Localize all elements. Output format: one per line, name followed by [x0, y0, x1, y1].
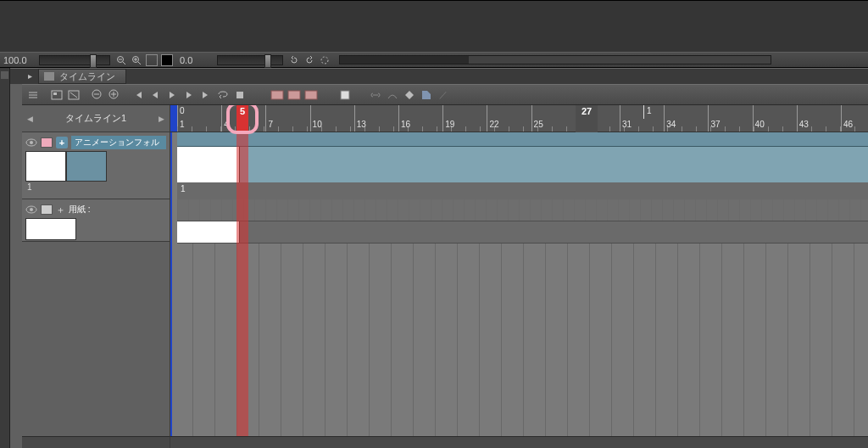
svg-rect-9 [53, 92, 57, 95]
visibility-icon[interactable] [25, 138, 37, 147]
cel-thumbnail[interactable] [25, 218, 76, 240]
hscroll-tracks[interactable] [170, 436, 868, 448]
stop-icon[interactable] [233, 88, 247, 102]
expand-handle-icon[interactable]: ▸ [23, 69, 36, 82]
paper-icon [41, 204, 53, 215]
loop-icon[interactable] [216, 88, 230, 102]
tab-timeline[interactable]: タイムライン [38, 69, 126, 84]
timeline-tracks-area[interactable]: 0 1 471013161922252831343740434649 27 1 … [170, 105, 868, 448]
clip-c-icon[interactable] [304, 88, 318, 102]
ruler-label: 22 [489, 120, 498, 129]
timeline-toolbar: ／ [22, 84, 868, 104]
visibility-icon[interactable] [25, 205, 37, 214]
panel-gutter[interactable] [0, 68, 10, 448]
curve-icon[interactable] [386, 88, 399, 102]
clip-animation[interactable] [177, 147, 240, 182]
zoom-in-tl-icon[interactable] [108, 88, 121, 102]
clip-paper[interactable] [177, 221, 240, 243]
sheet-icon[interactable] [338, 88, 352, 102]
ruler-label: 31 [622, 120, 632, 129]
ruler-label: 19 [445, 120, 454, 129]
time-ruler[interactable]: 0 1 471013161922252831343740434649 27 1 [170, 105, 868, 132]
go-start-icon[interactable] [131, 88, 145, 102]
svg-line-11 [70, 92, 77, 98]
playhead-frame: 5 [236, 106, 248, 116]
rotation-slider[interactable] [217, 55, 283, 65]
add-cel-button[interactable]: + [56, 137, 68, 148]
timeline-name-button[interactable]: ◀ タイムライン1 ▶ [22, 105, 170, 132]
hscroll-left[interactable] [22, 436, 170, 448]
playback-minibar[interactable] [339, 55, 771, 64]
svg-line-1 [123, 62, 125, 64]
svg-point-25 [30, 208, 33, 211]
track-name-paper: 用紙 : [69, 204, 166, 216]
playhead[interactable]: 5 [236, 105, 248, 132]
link-icon[interactable] [369, 88, 382, 102]
cel-thumbnail-selected[interactable] [66, 151, 107, 182]
fill-icon[interactable] [160, 53, 174, 67]
svg-rect-19 [288, 91, 300, 99]
second-1-label: 1 [647, 106, 652, 115]
next-frame-icon[interactable] [182, 88, 196, 102]
prev-frame-icon[interactable] [148, 88, 162, 102]
track-header-column: ◀ タイムライン1 ▶ + アニメーションフォル 1 [22, 105, 170, 448]
lane-label: 1 [177, 182, 868, 199]
panel-tabs: ▸ タイムライン [10, 68, 868, 84]
ruler-label: 46 [843, 120, 853, 129]
svg-rect-17 [236, 92, 243, 98]
ruler-label: 43 [799, 120, 809, 129]
zoom-out-icon[interactable] [114, 53, 128, 67]
divider-icon: ／ [437, 88, 450, 102]
ruler-label: 16 [401, 120, 410, 129]
start-line [170, 132, 172, 436]
keyframe-icon[interactable] [403, 88, 416, 102]
zoom-out-tl-icon[interactable] [91, 88, 104, 102]
cel-thumbnail[interactable] [25, 151, 66, 182]
track-header-paper[interactable]: ＋ 用紙 : [22, 199, 170, 242]
timeline-icon [44, 72, 54, 81]
tag-icon[interactable] [420, 88, 433, 102]
fit-icon[interactable] [145, 53, 159, 67]
new-cel-icon[interactable] [50, 88, 64, 102]
canvas-backdrop [0, 0, 868, 52]
menu-right-icon: ▶ [159, 115, 164, 123]
zoom-in-icon[interactable] [130, 53, 143, 67]
ruler-label: 25 [534, 120, 543, 129]
ruler-label: 4 [224, 120, 229, 129]
menu-icon[interactable] [26, 88, 40, 102]
go-end-icon[interactable] [199, 88, 213, 102]
ruler-bottom-start: 1 [180, 120, 185, 129]
rotate-cw-icon[interactable] [303, 53, 316, 67]
svg-rect-18 [271, 91, 283, 99]
ruler-top-start: 0 [180, 106, 185, 115]
svg-line-4 [138, 62, 141, 64]
menu-left-icon: ◀ [27, 115, 33, 123]
row-index: 1 [25, 182, 166, 193]
end-marker[interactable]: 27 [576, 105, 598, 132]
track-header-animation[interactable]: + アニメーションフォル 1 [22, 132, 170, 199]
clip-b-icon[interactable] [287, 88, 301, 102]
rotation-value[interactable]: 0.0 [180, 55, 214, 65]
svg-rect-20 [305, 91, 317, 99]
zoom-slider[interactable] [39, 55, 110, 65]
spinner-icon[interactable] [318, 53, 331, 67]
zoom-value[interactable]: 100.0 [3, 55, 36, 65]
play-icon[interactable] [165, 88, 179, 102]
delete-cel-icon[interactable] [67, 88, 81, 102]
start-marker[interactable] [170, 105, 177, 132]
rotate-ccw-icon[interactable] [287, 53, 301, 67]
ruler-label: 37 [710, 120, 720, 129]
track-name-animation: アニメーションフォル [71, 136, 166, 149]
ruler-label: 40 [755, 120, 765, 129]
ruler-label: 7 [268, 120, 273, 129]
track-lane-animation[interactable]: 1 [177, 132, 868, 199]
track-empty-area [170, 244, 868, 436]
ruler-label: 10 [313, 120, 322, 129]
timeline-panel: ▸ タイムライン [10, 68, 868, 448]
svg-point-7 [321, 57, 328, 64]
timeline-name: タイムライン1 [65, 112, 126, 125]
clip-a-icon[interactable] [270, 88, 284, 102]
view-footer: 100.0 0.0 [0, 52, 868, 67]
track-lane-paper[interactable] [177, 199, 868, 244]
ruler-label: 34 [666, 120, 676, 129]
